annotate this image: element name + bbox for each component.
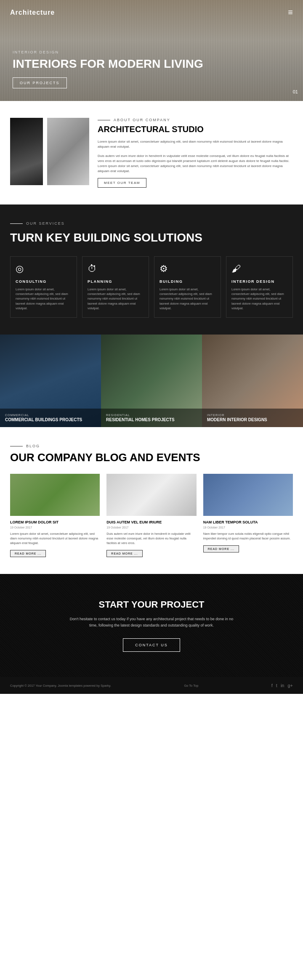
- linkedin-icon[interactable]: in: [281, 683, 284, 688]
- about-label-line: ABOUT OUR COMPANY: [98, 118, 293, 122]
- portfolio-overlay-3: INTERIOR MODERN INTERIOR DESIGNS: [202, 409, 303, 427]
- blog-post-title-1: LOREM IPSUM DOLOR SIT: [10, 520, 100, 524]
- cta-section: START YOUR PROJECT Don't hesitate to con…: [0, 574, 303, 677]
- blog-grid: LOREM IPSUM DOLOR SIT 19 October 2017 Lo…: [10, 474, 293, 558]
- portfolio-category-1: COMMERCIAL: [5, 414, 96, 417]
- contact-us-button[interactable]: CONTACT US: [123, 638, 180, 652]
- service-name-consulting: CONSULTING: [16, 279, 72, 284]
- portfolio-title-3: MODERN INTERIOR DESIGNS: [207, 417, 298, 422]
- portfolio-section: COMMERCIAL COMMERCIAL BUILDINGS PROJECTS…: [0, 335, 303, 427]
- blog-card-3: NAM LIBER TEMPOR SOLUTA 19 October 2017 …: [203, 474, 293, 558]
- blog-read-more-2[interactable]: READ MORE ...: [106, 550, 142, 557]
- menu-icon[interactable]: ≡: [288, 8, 293, 17]
- portfolio-category-2: RESIDENTIAL: [106, 414, 197, 417]
- blog-divider: [10, 446, 23, 446]
- portfolio-title-2: RESIDENTIAL HOMES PROJECTS: [106, 417, 197, 422]
- blog-card-2: DUIS AUTEM VEL EUM IRIURE 19 October 201…: [106, 474, 196, 558]
- blog-date-3: 19 October 2017: [203, 526, 293, 529]
- hero-label: INTERIOR DESIGN: [13, 50, 203, 54]
- site-header: Architecture ≡: [0, 0, 303, 25]
- blog-image-3: [203, 474, 293, 516]
- portfolio-overlay-1: COMMERCIAL COMMERCIAL BUILDINGS PROJECTS: [0, 409, 101, 427]
- service-card-planning: ⏱ PLANNING Lorem ipsum dolor sit amet, c…: [82, 256, 149, 318]
- site-footer: Copyright © 2017 Your Company. Joomla te…: [0, 677, 303, 694]
- services-label: OUR SERVICES: [26, 221, 65, 226]
- blog-label: BLOG: [26, 444, 40, 448]
- hero-title: INTERIORS FOR MODERN LIVING: [13, 58, 203, 71]
- twitter-icon[interactable]: t: [276, 683, 277, 688]
- service-name-interior: INTERIOR DESIGN: [231, 279, 287, 284]
- blog-date-2: 19 October 2017: [106, 526, 196, 529]
- service-desc-consulting: Lorem ipsum dolor sit amet, consectetuer…: [16, 287, 72, 311]
- facebook-icon[interactable]: f: [271, 683, 273, 688]
- consulting-icon: ◎: [16, 263, 72, 274]
- blog-section: BLOG OUR COMPANY BLOG AND EVENTS LOREM I…: [0, 427, 303, 574]
- googleplus-icon[interactable]: g+: [287, 683, 293, 688]
- cta-title: START YOUR PROJECT: [10, 599, 293, 610]
- about-divider: [98, 120, 110, 120]
- service-name-planning: PLANNING: [88, 279, 144, 284]
- about-text: ABOUT OUR COMPANY ARCHITECTURAL STUDIO L…: [98, 118, 293, 188]
- blog-date-1: 19 October 2017: [10, 526, 100, 529]
- services-grid: ◎ CONSULTING Lorem ipsum dolor sit amet,…: [10, 256, 293, 318]
- interior-icon: 🖌: [231, 263, 287, 274]
- blog-post-title-3: NAM LIBER TEMPOR SOLUTA: [203, 520, 293, 524]
- services-section: OUR SERVICES TURN KEY BUILDING SOLUTIONS…: [0, 204, 303, 335]
- service-card-building: ⚙ BUILDING Lorem ipsum dolor sit amet, c…: [154, 256, 221, 318]
- about-body-2: Duis autem vel eum iriure dolor in hendr…: [98, 154, 293, 174]
- hero-page-number: 01: [293, 89, 298, 94]
- about-label: ABOUT OUR COMPANY: [114, 118, 170, 122]
- portfolio-item-residential[interactable]: RESIDENTIAL RESIDENTIAL HOMES PROJECTS: [101, 335, 202, 427]
- hero-section: Architecture ≡ INTERIOR DESIGN INTERIORS…: [0, 0, 303, 101]
- about-button[interactable]: MEET OUR TEAM: [98, 178, 146, 188]
- about-title: ARCHITECTURAL STUDIO: [98, 125, 293, 134]
- footer-copyright: Copyright © 2017 Your Company. Joomla te…: [10, 684, 111, 688]
- site-logo: Architecture: [10, 9, 55, 16]
- blog-image-2: [106, 474, 196, 516]
- blog-label-line: BLOG: [10, 444, 293, 448]
- services-title: TURN KEY BUILDING SOLUTIONS: [10, 231, 293, 244]
- building-icon: ⚙: [159, 263, 215, 274]
- hero-content: INTERIOR DESIGN INTERIORS FOR MODERN LIV…: [0, 50, 216, 101]
- blog-card-1: LOREM IPSUM DOLOR SIT 19 October 2017 Lo…: [10, 474, 100, 558]
- blog-excerpt-1: Lorem ipsum dolor sit amet, consectetuer…: [10, 531, 100, 546]
- blog-post-title-2: DUIS AUTEM VEL EUM IRIURE: [106, 520, 196, 524]
- about-section: ABOUT OUR COMPANY ARCHITECTURAL STUDIO L…: [0, 101, 303, 204]
- portfolio-item-commercial[interactable]: COMMERCIAL COMMERCIAL BUILDINGS PROJECTS: [0, 335, 101, 427]
- portfolio-category-3: INTERIOR: [207, 414, 298, 417]
- about-images: [10, 118, 89, 188]
- blog-excerpt-3: Nam liber tempor cum soluta nobis eligen…: [203, 531, 293, 541]
- footer-go-top[interactable]: Go To Top: [184, 684, 198, 688]
- footer-social-links: f t in g+: [271, 683, 293, 688]
- services-label-line: OUR SERVICES: [10, 221, 293, 226]
- service-desc-interior: Lorem ipsum dolor sit amet, consectetuer…: [231, 287, 287, 311]
- service-card-interior: 🖌 INTERIOR DESIGN Lorem ipsum dolor sit …: [226, 256, 293, 318]
- service-name-building: BUILDING: [159, 279, 215, 284]
- services-divider: [10, 223, 23, 224]
- portfolio-item-modern[interactable]: INTERIOR MODERN INTERIOR DESIGNS: [202, 335, 303, 427]
- portfolio-overlay-2: RESIDENTIAL RESIDENTIAL HOMES PROJECTS: [101, 409, 202, 427]
- hero-button[interactable]: OUR PROJECTS: [13, 77, 67, 88]
- about-image-2: [47, 118, 89, 185]
- blog-excerpt-2: Duis autem vel eum iriure dolor in hendr…: [106, 531, 196, 546]
- planning-icon: ⏱: [88, 263, 144, 274]
- blog-title: OUR COMPANY BLOG AND EVENTS: [10, 451, 293, 464]
- about-image-1: [10, 118, 43, 185]
- about-body-1: Lorem ipsum dolor sit amet, consectetuer…: [98, 139, 293, 149]
- blog-image-1: [10, 474, 100, 516]
- service-desc-building: Lorem ipsum dolor sit amet, consectetuer…: [159, 287, 215, 311]
- service-card-consulting: ◎ CONSULTING Lorem ipsum dolor sit amet,…: [10, 256, 77, 318]
- portfolio-title-1: COMMERCIAL BUILDINGS PROJECTS: [5, 417, 96, 422]
- blog-read-more-3[interactable]: READ MORE ...: [203, 545, 239, 552]
- service-desc-planning: Lorem ipsum dolor sit amet, consectetuer…: [88, 287, 144, 311]
- cta-desc: Don't hesitate to contact us today if yo…: [67, 616, 236, 628]
- blog-read-more-1[interactable]: READ MORE ...: [10, 550, 46, 557]
